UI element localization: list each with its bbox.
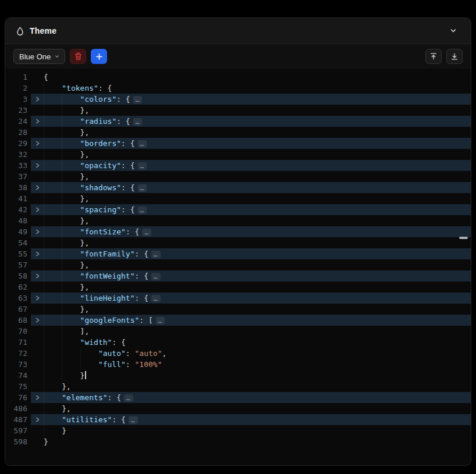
code-line-content[interactable]: "utilities": {…	[44, 414, 471, 425]
fold-chevron-icon[interactable]	[31, 204, 44, 215]
code-line-content[interactable]: "lineHeight": {…	[44, 293, 471, 304]
fold-chevron-icon[interactable]	[31, 248, 44, 259]
code-line: 58"fontWeight": {…	[5, 270, 471, 281]
code-line-content[interactable]: "full": "100%"	[44, 359, 471, 370]
code-line-content[interactable]: "fontFamily": {…	[44, 248, 471, 259]
fold-chevron-icon[interactable]	[31, 392, 44, 403]
json-punctuation: }	[44, 437, 48, 446]
add-theme-button[interactable]	[91, 49, 107, 64]
code-line-content[interactable]: "width": {	[44, 337, 471, 348]
fold-chevron-icon[interactable]	[31, 270, 44, 281]
code-line-content[interactable]: },	[44, 381, 471, 392]
code-line-content[interactable]: "colors": {…	[44, 94, 471, 105]
code-line-content[interactable]: },	[44, 281, 471, 293]
json-punctuation: },	[80, 216, 90, 225]
code-line: 29"borders": {…	[5, 138, 471, 149]
fold-ellipsis[interactable]: …	[142, 229, 151, 236]
json-key: "fontFamily"	[80, 250, 135, 258]
fold-chevron-icon[interactable]	[31, 182, 44, 193]
fold-ellipsis[interactable]: …	[138, 206, 147, 214]
scrollbar-thumb[interactable]	[459, 237, 468, 239]
json-key: "fontWeight"	[80, 272, 135, 280]
fold-ellipsis[interactable]: …	[156, 317, 165, 325]
fold-chevron-icon[interactable]	[31, 94, 44, 105]
code-line-content[interactable]: },	[44, 237, 471, 248]
fold-ellipsis[interactable]: …	[124, 394, 133, 402]
json-punctuation: ,	[162, 349, 166, 358]
theme-select[interactable]: Blue One	[13, 49, 65, 64]
code-line-content[interactable]: ],	[44, 326, 471, 337]
fold-ellipsis[interactable]: …	[133, 118, 143, 126]
indent-guide	[62, 105, 80, 116]
collapse-panel-button[interactable]	[446, 24, 460, 38]
code-line-content[interactable]: },	[44, 127, 471, 138]
code-line-body: },	[31, 281, 471, 293]
fold-ellipsis[interactable]: …	[151, 251, 161, 258]
theme-select-value: Blue One	[19, 52, 51, 61]
indent-guide	[62, 138, 80, 149]
code-line-content[interactable]: },	[44, 215, 471, 226]
code-line-body: "fontWeight": {…	[31, 270, 471, 281]
code-line-content[interactable]: }	[44, 425, 471, 436]
json-punctuation: : {	[135, 294, 148, 302]
code-line-content[interactable]: },	[44, 403, 471, 414]
fold-ellipsis[interactable]: …	[138, 162, 147, 170]
code-line-content[interactable]: "googleFonts": […	[44, 315, 471, 326]
code-line-content[interactable]: "spacing": {…	[44, 204, 471, 215]
code-line-content[interactable]: "elements": {…	[44, 392, 471, 403]
indent-guide	[44, 359, 62, 370]
fold-ellipsis[interactable]: …	[138, 140, 147, 148]
fold-ellipsis[interactable]: …	[129, 416, 138, 424]
code-line-content[interactable]: },	[44, 304, 471, 315]
fold-chevron-icon[interactable]	[31, 315, 44, 326]
code-line-content[interactable]: "borders": {…	[44, 138, 471, 149]
code-line-body: },	[31, 105, 471, 116]
gutter-fold-spacer	[31, 326, 44, 337]
fold-ellipsis[interactable]: …	[151, 273, 161, 280]
code-line-content[interactable]: },	[44, 259, 471, 270]
fold-chevron-icon[interactable]	[31, 160, 44, 171]
code-line-content[interactable]: },	[44, 171, 471, 182]
code-line: 76"elements": {…	[5, 392, 471, 403]
code-line: 42"spacing": {…	[5, 204, 471, 215]
fold-chevron-icon[interactable]	[31, 414, 44, 425]
download-button[interactable]	[446, 49, 463, 64]
code-line-content[interactable]: "shadows": {…	[44, 182, 471, 193]
code-lines[interactable]: 1{2"tokens": {3"colors": {…23},24"radius…	[5, 72, 471, 447]
indent-guide	[44, 326, 62, 337]
code-line-content[interactable]: }	[44, 436, 471, 447]
gutter-fold-spacer	[31, 105, 44, 116]
code-line-content[interactable]: {	[44, 72, 471, 83]
code-line-content[interactable]: },	[44, 149, 471, 160]
code-line-content[interactable]: "auto": "auto",	[44, 348, 471, 359]
delete-theme-button[interactable]	[70, 49, 86, 64]
code-editor[interactable]: 1{2"tokens": {3"colors": {…23},24"radius…	[5, 69, 471, 466]
indent-guide	[44, 116, 62, 127]
theme-icon	[16, 27, 24, 35]
panel-header: Theme	[5, 18, 471, 44]
code-line-content[interactable]: },	[44, 105, 471, 116]
gutter-fold-spacer	[31, 348, 44, 359]
code-line: 487"utilities": {…	[5, 414, 471, 425]
fold-chevron-icon[interactable]	[31, 293, 44, 304]
fold-chevron-icon[interactable]	[31, 138, 44, 149]
json-key: "colors"	[80, 95, 117, 104]
code-line-content[interactable]: }	[44, 370, 471, 381]
code-line: 71"width": {	[5, 337, 471, 348]
fold-chevron-icon[interactable]	[31, 226, 44, 237]
line-number: 73	[5, 359, 31, 370]
code-line: 74}	[5, 370, 471, 381]
code-line-content[interactable]: },	[44, 193, 471, 204]
fold-chevron-icon[interactable]	[31, 116, 44, 127]
fold-ellipsis[interactable]: …	[138, 184, 147, 192]
upload-button[interactable]	[425, 49, 442, 64]
code-line-content[interactable]: "fontWeight": {…	[44, 270, 471, 281]
line-number: 49	[5, 226, 31, 237]
code-line-content[interactable]: "opacity": {…	[44, 160, 471, 171]
fold-ellipsis[interactable]: …	[151, 295, 161, 302]
indent-guide	[62, 171, 80, 182]
code-line-content[interactable]: "radius": {…	[44, 116, 471, 127]
code-line-content[interactable]: "tokens": {	[44, 83, 471, 94]
code-line-content[interactable]: "fontSize": {…	[44, 226, 471, 237]
fold-ellipsis[interactable]: …	[133, 96, 143, 104]
